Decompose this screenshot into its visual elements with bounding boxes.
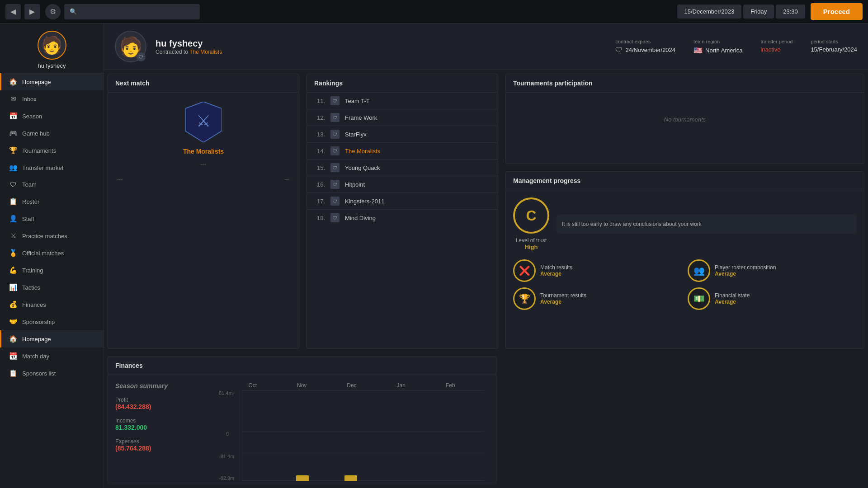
rank-number: 17. [314, 198, 325, 205]
y-label-neg2: -82.9m [219, 475, 234, 481]
settings-button[interactable]: ⚙ [45, 4, 61, 19]
back-button[interactable]: ◀ [5, 4, 21, 19]
sidebar-item-homepage[interactable]: 🏠Homepage [0, 73, 104, 90]
roster-value: Average [715, 271, 776, 277]
matchday-icon: 📆 [9, 352, 18, 360]
rank-name: Young Quack [345, 164, 380, 171]
ranking-item: 18. 🛡 Mind Diving [307, 210, 498, 226]
tournaments-panel: Tournaments participation No tournaments [505, 74, 864, 164]
sidebar-item-tournaments[interactable]: 🏆Tournaments [0, 142, 104, 159]
stat-region: team region 🇺🇸 North America [693, 39, 742, 55]
roster-icon: 👥 [688, 259, 710, 282]
incomes-row: Incomes 81.332.000 [115, 418, 206, 431]
progress-item-financial: 💵 Financial state Average [688, 287, 857, 310]
stat-transfer: transfer period inactive [760, 39, 793, 55]
team-icon: 🛡 [9, 181, 18, 188]
bar-chart: Oct Nov Dec Jan Feb 81.4m 0 -81.4m -82.9… [215, 382, 489, 481]
y-label-0: 0 [226, 431, 229, 436]
sidebar-item-practice[interactable]: ⚔Practice matches [0, 227, 104, 244]
sidebar-item-inbox[interactable]: ✉Inbox [0, 90, 104, 108]
rankings-panel: Rankings 11. 🛡 Team T-T 12. 🛡 Frame Work… [307, 74, 498, 349]
sidebar-label-tournaments: Tournaments [22, 147, 56, 154]
stat-period: period starts 15/February/2024 [811, 39, 857, 55]
sidebar-item-finances[interactable]: 💰Finances [0, 296, 104, 313]
tactics-icon: 📊 [9, 283, 18, 291]
trust-note: It is still too early to draw any conclu… [557, 215, 857, 234]
rank-icon: 🛡 [330, 130, 340, 139]
sidebar-label-official: Official matches [22, 250, 64, 257]
team-shield-icon: ⚔ [185, 102, 222, 142]
sidebar-label-finances: Finances [22, 301, 46, 308]
sidebar-item-sponsors[interactable]: 📋Sponsors list [0, 365, 104, 382]
homepage-icon: 🏠 [9, 78, 18, 86]
sidebar-label-training: Training [22, 267, 43, 274]
match-team-name: The Moralists [183, 148, 224, 155]
sidebar-item-season[interactable]: 📅Season [0, 108, 104, 125]
sidebar-item-tactics[interactable]: 📊Tactics [0, 279, 104, 296]
financial-value: Average [715, 299, 750, 305]
trust-letter: C [526, 207, 536, 224]
profile-header: 🧑 🛡 hu fyshecy Contracted to The Moralis… [104, 23, 868, 70]
progress-item-match_results: ❌ Match results Average [513, 259, 682, 282]
rank-name: StarFlyx [345, 131, 367, 138]
rank-name: Team T-T [345, 98, 370, 104]
sidebar-item-homepage2[interactable]: 🏠Homepage [0, 330, 104, 347]
sidebar-item-gamehub[interactable]: 🎮Game hub [0, 125, 104, 142]
practice-icon: ⚔ [9, 232, 18, 240]
dec-income-bar [344, 475, 357, 481]
contracted-team: The Moralists [189, 49, 222, 55]
finances-panel: Finances Season summary Profit (84.432.2… [108, 356, 496, 484]
rank-number: 13. [314, 131, 325, 138]
sidebar-label-gamehub: Game hub [22, 130, 50, 137]
homepage2-icon: 🏠 [9, 335, 18, 343]
rank-number: 11. [314, 98, 325, 104]
next-match-content: ⚔ The Moralists --- --- --- [108, 93, 299, 192]
search-bar[interactable]: 🔍 [64, 4, 200, 19]
progress-grid: ❌ Match results Average 👥 Player roster … [513, 259, 857, 310]
topbar: ◀ ▶ ⚙ 🔍 15/December/2023 Friday 23:30 Pr… [0, 0, 868, 23]
sidebar-item-team[interactable]: 🛡Team [0, 176, 104, 193]
transfer-label: transfer period [760, 39, 793, 44]
rank-name: Kingsters-2011 [345, 198, 384, 205]
sidebar-item-roster[interactable]: 📋Roster [0, 193, 104, 210]
sidebar-item-matchday[interactable]: 📆Match day [0, 347, 104, 365]
match_results-value: Average [540, 271, 572, 277]
sidebar-label-homepage2: Homepage [22, 336, 51, 343]
ranking-item: 14. 🛡 The Moralists [307, 143, 498, 160]
incomes-label: Incomes [115, 418, 206, 424]
nov-income-bar [296, 475, 309, 481]
season-summary: Season summary Profit (84.432.288) Incom… [115, 382, 206, 481]
day-display: Friday [743, 5, 774, 19]
sidebar-item-official[interactable]: 🏅Official matches [0, 244, 104, 262]
proceed-button[interactable]: Proceed [811, 3, 863, 20]
sidebar-label-practice: Practice matches [22, 233, 67, 239]
rank-name: Mind Diving [345, 215, 376, 221]
progress-item-roster: 👥 Player roster composition Average [688, 259, 857, 282]
forward-button[interactable]: ▶ [24, 4, 40, 19]
rank-number: 14. [314, 148, 325, 155]
rank-name: The Moralists [345, 148, 380, 155]
rank-number: 12. [314, 114, 325, 121]
management-panel: Management progress C Level of trust Hig… [505, 171, 864, 349]
rank-icon: 🛡 [330, 197, 340, 206]
trust-label: Level of trust [513, 237, 549, 244]
region-label: team region [693, 39, 742, 44]
search-input[interactable] [80, 8, 194, 15]
sidebar-item-transfer[interactable]: 👥Transfer market [0, 159, 104, 176]
sidebar-item-sponsorship[interactable]: 🤝Sponsorship [0, 313, 104, 330]
financial-icon: 💵 [688, 287, 710, 310]
rank-icon: 🛡 [330, 96, 340, 105]
rank-name: Frame Work [345, 114, 377, 121]
ranking-item: 12. 🛡 Frame Work [307, 109, 498, 126]
expenses-label: Expenses [115, 438, 206, 445]
finances-right-spacer [496, 352, 868, 488]
trust-circle: C [513, 197, 549, 234]
match_results-label: Match results [540, 264, 572, 271]
management-content: C Level of trust High It is still too ea… [506, 190, 864, 317]
sidebar-item-training[interactable]: 💪Training [0, 262, 104, 279]
sidebar-item-staff[interactable]: 👤Staff [0, 210, 104, 227]
next-match-panel: Next match ⚔ The Moralists [108, 74, 299, 349]
trust-circle-group: C Level of trust High [513, 197, 549, 250]
staff-icon: 👤 [9, 215, 18, 223]
transfer-icon: 👥 [9, 164, 18, 172]
